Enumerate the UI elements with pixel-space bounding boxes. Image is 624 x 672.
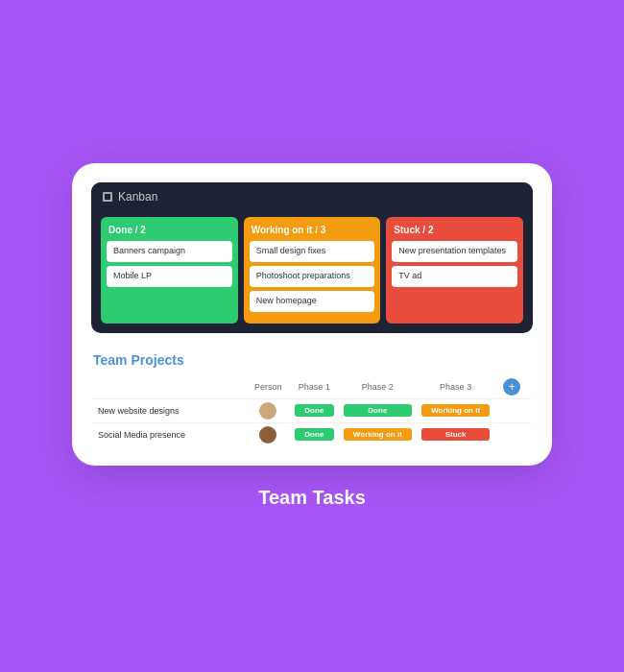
kanban-card: New presentation templates (392, 241, 517, 262)
col-header-person: Person (247, 375, 290, 399)
col-done-header: Done / 2 (107, 225, 232, 235)
status-badge: Done (295, 404, 334, 417)
phase2-cell: Done (339, 398, 417, 422)
phase3-cell: Stuck (417, 422, 494, 446)
col-header-phase2: Phase 2 (339, 375, 417, 399)
row-name: Social Media presence (93, 422, 247, 446)
projects-table: Person Phase 1 Phase 2 Phase 3 + New web… (93, 375, 531, 446)
kanban-card: Small design fixes (250, 241, 375, 262)
kanban-col-stuck: Stuck / 2 New presentation templates TV … (386, 217, 523, 323)
avatar (259, 426, 276, 444)
kanban-card: Mobile LP (107, 266, 232, 287)
avatar (259, 402, 276, 420)
kanban-icon (103, 192, 112, 202)
phase1-cell: Done (290, 398, 339, 422)
col-header-phase3: Phase 3 (417, 375, 494, 399)
table-row: Social Media presence Done Working on it… (93, 422, 531, 446)
avatar-cell (247, 422, 290, 446)
status-badge: Done (295, 428, 334, 441)
kanban-section: Kanban Done / 2 Banners campaign Mobile … (91, 182, 533, 332)
phase3-cell: Working on it (417, 398, 494, 422)
add-column-button[interactable]: + (503, 378, 520, 396)
main-card: Kanban Done / 2 Banners campaign Mobile … (72, 163, 552, 465)
team-projects-title: Team Projects (93, 352, 531, 368)
kanban-col-done: Done / 2 Banners campaign Mobile LP (101, 217, 238, 323)
kanban-card: New homepage (250, 291, 375, 312)
row-name: New website designs (93, 398, 247, 422)
kanban-columns: Done / 2 Banners campaign Mobile LP Work… (91, 211, 533, 332)
kanban-title: Kanban (118, 190, 157, 204)
phase2-cell: Working on it (339, 422, 417, 446)
status-badge: Stuck (421, 428, 490, 441)
status-badge: Working on it (344, 428, 412, 441)
phase1-cell: Done (290, 422, 339, 446)
team-projects-section: Team Projects Person Phase 1 Phase 2 Pha… (91, 348, 533, 446)
avatar-cell (247, 398, 290, 422)
kanban-card: TV ad (392, 266, 517, 287)
col-header-name (93, 375, 247, 399)
bottom-label: Team Tasks (258, 487, 366, 509)
status-badge: Done (344, 404, 412, 417)
col-working-header: Working on it / 3 (250, 225, 375, 235)
kanban-header: Kanban (91, 182, 533, 211)
kanban-card: Banners campaign (107, 241, 232, 262)
col-stuck-header: Stuck / 2 (392, 225, 517, 235)
kanban-col-working: Working on it / 3 Small design fixes Pho… (244, 217, 381, 323)
col-header-phase1: Phase 1 (290, 375, 339, 399)
kanban-card: Photoshoot preparations (250, 266, 375, 287)
table-row: New website designs Done Done Working on… (93, 398, 531, 422)
add-col-header: + (494, 375, 531, 399)
status-badge: Working on it (421, 404, 490, 417)
